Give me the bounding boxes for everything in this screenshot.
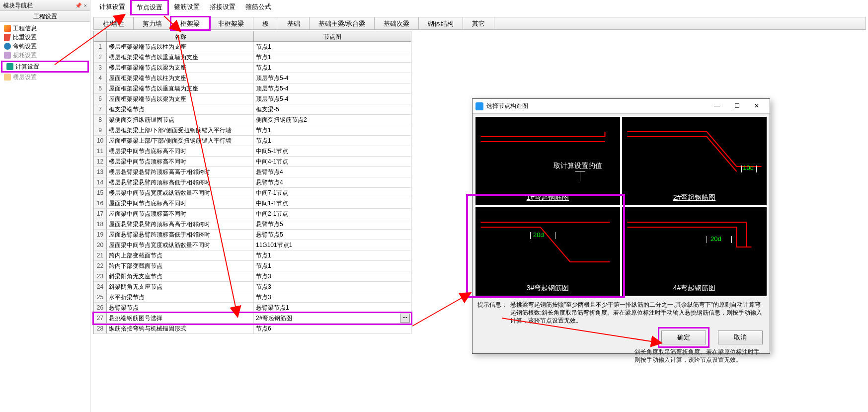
row-graph[interactable]: 中间2-1节点: [254, 209, 411, 219]
row-graph[interactable]: 中间4-1节点: [254, 157, 411, 166]
row-graph[interactable]: 节点1: [254, 136, 411, 146]
table-row[interactable]: 19屋面悬臂梁悬臂跨顶标高低于相邻跨时悬臂节点5: [94, 230, 411, 240]
tab-node-settings[interactable]: 节点设置: [130, 0, 169, 15]
row-graph[interactable]: 顶层节点5-4: [254, 83, 411, 93]
row-number: 24: [94, 282, 107, 292]
table-row[interactable]: 18屋面悬臂梁悬臂跨顶标高高于相邻跨时悬臂节点5: [94, 219, 411, 230]
row-number: 22: [94, 261, 107, 271]
table-row[interactable]: 13楼层悬臂梁悬臂跨顶标高高于相邻跨时悬臂节点4: [94, 167, 411, 177]
row-name: 屋面框架梁端节点以垂直墙为支座: [107, 83, 254, 93]
diagram-option-4[interactable]: 20d 4#弯起钢筋图: [622, 207, 767, 296]
nav-close-icon[interactable]: ×: [84, 2, 87, 8]
tab-stirrup[interactable]: 箍筋设置: [169, 0, 205, 14]
table-row[interactable]: 6屋面框架梁端节点以梁为支座顶层节点5-4: [94, 94, 411, 104]
pin-icon[interactable]: 📌: [75, 2, 82, 8]
table-row[interactable]: 7框支梁端节点框支梁-5: [94, 104, 411, 115]
close-button[interactable]: ✕: [747, 100, 767, 112]
table-row[interactable]: 28纵筋搭接弯钩与机械锚固形式节点6: [94, 324, 411, 334]
table-row[interactable]: 8梁侧面受扭纵筋锚固节点侧面受扭钢筋节点2: [94, 115, 411, 125]
minimize-button[interactable]: —: [707, 100, 727, 112]
row-graph[interactable]: 节点1: [254, 63, 411, 73]
table-row[interactable]: 21跨内上部变截面节点节点1: [94, 250, 411, 261]
row-graph[interactable]: 悬臂节点4: [254, 167, 411, 177]
table-row[interactable]: 9楼层框架梁上部/下部/侧面受扭钢筋锚入平行墙节点1: [94, 125, 411, 136]
nav-item-project-info[interactable]: 工程信息: [1, 24, 89, 33]
nav-item-calc-settings[interactable]: 计算设置: [3, 62, 86, 71]
row-graph[interactable]: 节点1: [254, 261, 411, 271]
table-row[interactable]: 22跨内下部变截面节点节点1: [94, 261, 411, 271]
table-row[interactable]: 23斜梁阳角无支座节点节点3: [94, 271, 411, 282]
app-icon: [475, 102, 483, 110]
nav-item-loss[interactable]: 损耗设置: [1, 51, 89, 60]
table-row[interactable]: 20屋面梁中间节点宽度或纵筋数量不同时11G101节点1: [94, 240, 411, 250]
subtab-shearwall[interactable]: 剪力墙: [134, 17, 171, 29]
table-row[interactable]: 10屋面框架梁上部/下部/侧面受扭钢筋锚入平行墙节点1: [94, 136, 411, 146]
subtab-secondary-beam[interactable]: 基础次梁: [375, 17, 419, 29]
table-row[interactable]: 26悬臂梁节点悬臂梁节点1: [94, 303, 411, 313]
tip-text: 悬挑梁弯起钢筋按照"至少两根且不少于第一排纵筋的二分之一,其余纵筋弯下"的原则自…: [510, 301, 765, 325]
row-name: 屋面梁中间节点宽度或纵筋数量不同时: [107, 240, 254, 250]
row-graph[interactable]: 侧面受扭钢筋节点2: [254, 115, 411, 125]
row-graph[interactable]: 节点1: [254, 42, 411, 52]
table-row[interactable]: 17屋面梁中间节点顶标高不同时中间2-1节点: [94, 209, 411, 219]
row-graph[interactable]: 中间5-1节点: [254, 146, 411, 156]
row-graph[interactable]: 节点3: [254, 282, 411, 292]
diagram-option-1[interactable]: 取计算设置的值 1#弯起钢筋图: [475, 117, 620, 205]
table-row[interactable]: 1楼层框架梁端节点以柱为支座节点1: [94, 42, 411, 52]
row-number: 7: [94, 104, 107, 114]
table-row[interactable]: 25水平折梁节点节点3: [94, 292, 411, 303]
subtab-main-beam[interactable]: 基础主梁/承台梁: [310, 17, 375, 29]
subtab-masonry[interactable]: 砌体结构: [419, 17, 463, 29]
ok-button[interactable]: 确定: [661, 330, 706, 344]
nav-item-hook[interactable]: 弯钩设置: [1, 42, 89, 51]
row-number: 17: [94, 209, 107, 219]
row-graph[interactable]: 顶层节点5-4: [254, 94, 411, 104]
row-graph[interactable]: 节点3: [254, 271, 411, 281]
table-row[interactable]: 15楼层梁中间节点宽度或纵筋数量不同时中间7-1节点: [94, 188, 411, 198]
tab-stirrup-formula[interactable]: 箍筋公式: [240, 0, 276, 14]
subtab-slab[interactable]: 板: [253, 17, 278, 29]
browse-button[interactable]: ···: [400, 314, 410, 323]
table-row[interactable]: 12楼层梁中间节点顶标高不同时中间4-1节点: [94, 157, 411, 167]
table-row[interactable]: 3楼层框架梁端节点以梁为支座节点1: [94, 63, 411, 73]
table-row[interactable]: 2楼层框架梁端节点以垂直墙为支座节点1: [94, 52, 411, 63]
nav-item-floor[interactable]: 楼层设置: [1, 73, 89, 82]
col-name: 名称: [107, 31, 254, 41]
subtab-column[interactable]: 柱/墙柱: [94, 17, 134, 29]
subtab-other[interactable]: 其它: [463, 17, 494, 29]
dialog-titlebar[interactable]: 选择节点构造图 — ☐ ✕: [473, 99, 770, 114]
tab-calc[interactable]: 计算设置: [94, 0, 130, 14]
maximize-button[interactable]: ☐: [727, 100, 747, 112]
table-row[interactable]: 5屋面框架梁端节点以垂直墙为支座顶层节点5-4: [94, 83, 411, 94]
row-graph[interactable]: 悬臂节点5: [254, 230, 411, 240]
row-graph[interactable]: 中间7-1节点: [254, 188, 411, 198]
nav-item-weight[interactable]: 比重设置: [1, 33, 89, 42]
row-graph[interactable]: 悬臂节点5: [254, 219, 411, 229]
tab-lap[interactable]: 搭接设置: [205, 0, 240, 14]
row-graph[interactable]: 悬臂节点4: [254, 177, 411, 187]
row-graph[interactable]: 节点6: [254, 324, 411, 333]
row-graph[interactable]: 节点3: [254, 292, 411, 302]
cancel-button[interactable]: 取消: [718, 330, 763, 344]
row-number: 16: [94, 198, 107, 208]
table-row[interactable]: 27悬挑端钢筋图号选择2#弯起钢筋图···: [94, 313, 411, 324]
row-graph[interactable]: 顶层节点5-4: [254, 73, 411, 83]
row-graph[interactable]: 节点1: [254, 250, 411, 260]
table-row[interactable]: 11楼层梁中间节点底标高不同时中间5-1节点: [94, 146, 411, 157]
nav-titlebar: 模块导航栏 📌 ×: [0, 0, 90, 11]
subtab-frame-beam[interactable]: 框架梁: [171, 17, 209, 29]
subtab-nonframe-beam[interactable]: 非框架梁: [209, 17, 253, 29]
diagram-option-2[interactable]: 10d 2#弯起钢筋图: [622, 117, 767, 205]
row-graph[interactable]: 11G101节点1: [254, 240, 411, 250]
row-graph[interactable]: 节点1: [254, 125, 411, 135]
table-row[interactable]: 4屋面框架梁端节点以柱为支座顶层节点5-4: [94, 73, 411, 83]
row-graph[interactable]: 中间1-1节点: [254, 198, 411, 208]
table-row[interactable]: 14楼层悬臂梁悬臂跨顶标高低于相邻跨时悬臂节点4: [94, 177, 411, 188]
row-graph[interactable]: 2#弯起钢筋图···: [254, 313, 411, 323]
row-graph[interactable]: 节点1: [254, 52, 411, 62]
row-graph[interactable]: 悬臂梁节点1: [254, 303, 411, 313]
table-row[interactable]: 16屋面梁中间节点底标高不同时中间1-1节点: [94, 198, 411, 209]
subtab-foundation[interactable]: 基础: [278, 17, 310, 29]
row-graph[interactable]: 框支梁-5: [254, 104, 411, 114]
table-row[interactable]: 24斜梁阴角无支座节点节点3: [94, 282, 411, 292]
